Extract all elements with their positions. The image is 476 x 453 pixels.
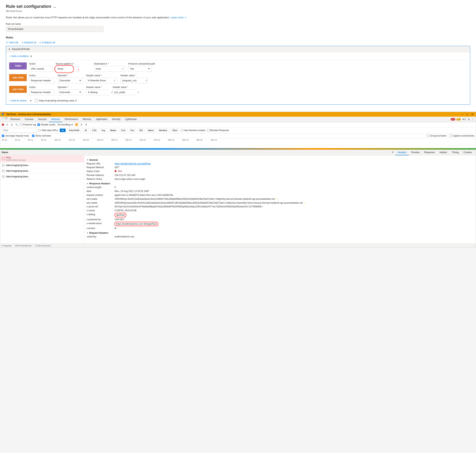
preserve-log-checkbox[interactable] [20,123,22,126]
filter-ws-btn[interactable]: WS [138,128,145,132]
action-label-2: Action [29,74,54,77]
settings-icon[interactable]: ⚙ [467,118,470,121]
header-name-input-1[interactable] [86,78,112,83]
action-input-3[interactable] [29,89,54,95]
blocked-requests-checkbox[interactable] [207,129,209,132]
tab-security[interactable]: Security [110,117,123,122]
header-value-input-2[interactable] [113,90,136,95]
filter-manifest-btn[interactable]: Manifest [157,128,169,132]
request-icon-rule [2,157,5,160]
request-item-data2[interactable]: data:image/png;base... [0,168,84,174]
more-icon[interactable]: ⋮ [471,118,474,121]
filter-fetch-btn[interactable]: Fetch/XHR [67,128,81,132]
general-section-header[interactable]: ▼ General [86,159,473,161]
filter-wasm-btn[interactable]: Wasm [146,128,156,132]
rule-collapse-icon[interactable]: ∧ [8,48,10,50]
filter-font-btn[interactable]: Font [120,128,127,132]
options-menu-button[interactable]: ... [53,5,56,9]
requests-header: Name [0,150,84,155]
throttle-select[interactable]: No throttling [57,123,74,126]
details-tab-headers[interactable]: Headers [395,150,409,155]
add-condition-button[interactable]: + Add a condition [9,55,29,57]
export-icon[interactable]: ⬇ [85,123,88,126]
devtools-title: DevTools - chrome-error://chromewebdata/ [7,113,459,116]
requests-panel: Name Rule toolkit.bisbrick.com/api data:… [0,150,84,243]
request-item-data3[interactable]: data:image/png;base... [0,174,84,179]
request-icon-data1 [2,164,5,167]
tab-application[interactable]: Application [93,117,110,122]
method-value: GET [114,166,120,169]
request-item-data1[interactable]: data:image/png;base... [0,163,84,168]
clear-icon[interactable]: ⊘ [6,123,9,126]
filter-img-btn[interactable]: Img [100,128,107,132]
header-name-input-2[interactable] [86,90,110,95]
details-tab-preview[interactable]: Preview [409,150,422,155]
network-toolbar: ⊘ ⊟ 🔍 Preserve log Disable cache No thro… [0,122,476,127]
filter-other-btn[interactable]: Other [170,128,179,132]
devtools-tabs: ⬚ ⊡ Elements Console Sources Network Per… [0,117,476,122]
add-action-chevron: ∨ [30,99,32,102]
details-tab-initiator[interactable]: Initiator [437,150,449,155]
inspect-icon[interactable]: ⬚ [2,117,5,120]
maximize-button[interactable]: □ [465,113,469,116]
tab-lighthouse[interactable]: Lighthouse [123,117,139,122]
filter-all-btn[interactable]: All [60,128,66,132]
tab-console[interactable]: Console [22,117,36,122]
close-button[interactable]: ✕ [470,113,474,116]
filter-icon[interactable]: ⊟ [10,123,14,126]
rule-set-name-input[interactable] [6,26,103,32]
expand-all-button[interactable]: ∨ Expand all [22,41,36,44]
add-action-button[interactable]: + Add an action [9,99,27,102]
response-headers-section-header[interactable]: ▼ Response Headers [86,182,473,185]
stop-eval-checkbox[interactable] [35,99,38,102]
hide-data-urls-checkbox[interactable] [38,129,41,132]
group-by-frame-checkbox[interactable] [427,134,429,137]
details-tab-response[interactable]: Response [422,150,437,155]
filter-doc-btn[interactable]: Doc [129,128,136,132]
request-name-rule: Rule [6,156,26,159]
large-rows-checkbox[interactable] [2,134,4,137]
filter-media-btn[interactable]: Media [108,128,118,132]
request-headers-section-header[interactable]: ▼ Request Headers [86,232,473,234]
action-input[interactable] [29,66,52,72]
request-item-rule[interactable]: Rule toolkit.bisbrick.com/api [0,155,84,163]
learn-more-link[interactable]: Learn more ↗ [171,16,186,19]
tab-memory[interactable]: Memory [80,117,93,122]
minimize-button[interactable]: – [460,113,464,116]
source-pattern-input[interactable] [56,66,79,72]
tab-performance[interactable]: Performance [62,117,80,122]
header-value-input-1[interactable] [121,78,144,83]
request-url-value[interactable]: https://toolkit.bisbrick.com/api/Rule [114,162,151,165]
header-value-label-1: Header value [121,74,148,77]
add-rule-button[interactable]: + + Add rule [6,41,19,44]
action-input-2[interactable] [29,78,54,84]
search-icon[interactable]: 🔍 [15,123,18,126]
disable-cache-checkbox[interactable] [37,123,40,126]
request-name-data2: data:image/png;base... [6,170,82,172]
resources-size: 7.9 kB resources [35,244,51,247]
show-overview-checkbox[interactable] [32,134,34,137]
filter-input[interactable] [2,128,37,133]
tab-network[interactable]: Network [49,117,62,122]
filter-js-btn[interactable]: JS [83,128,89,132]
details-tab-timing[interactable]: Timing [449,150,461,155]
destination-input[interactable] [94,66,120,72]
resp-header-x-tenant: x-tenant: tk [86,227,473,230]
devtools-main: Name Rule toolkit.bisbrick.com/api data:… [0,150,476,243]
collapse-all-button[interactable]: ∧ Collapse all [39,41,55,44]
record-button[interactable] [2,123,4,126]
filter-css-btn[interactable]: CSS [90,128,98,132]
tab-elements[interactable]: Elements [8,117,22,122]
capture-screenshots-checkbox[interactable] [449,134,452,137]
details-tab-cookies[interactable]: Cookies [461,150,474,155]
capture-screenshots-label: Capture screenshots [449,134,474,137]
blocked-cookies-checkbox[interactable] [181,129,183,132]
import-icon[interactable]: ⬆ [80,123,83,126]
operator-select-1[interactable]: Overwrite Append Delete [57,78,83,84]
close-details-button[interactable]: ✕ [390,150,395,155]
device-icon[interactable]: ⊡ [5,117,8,120]
wifi-icon[interactable]: 📶 [75,123,78,126]
tab-sources[interactable]: Sources [36,117,49,122]
preserve-select[interactable]: Yes No [128,66,152,72]
operator-select-2[interactable]: Overwrite Append [57,89,83,95]
